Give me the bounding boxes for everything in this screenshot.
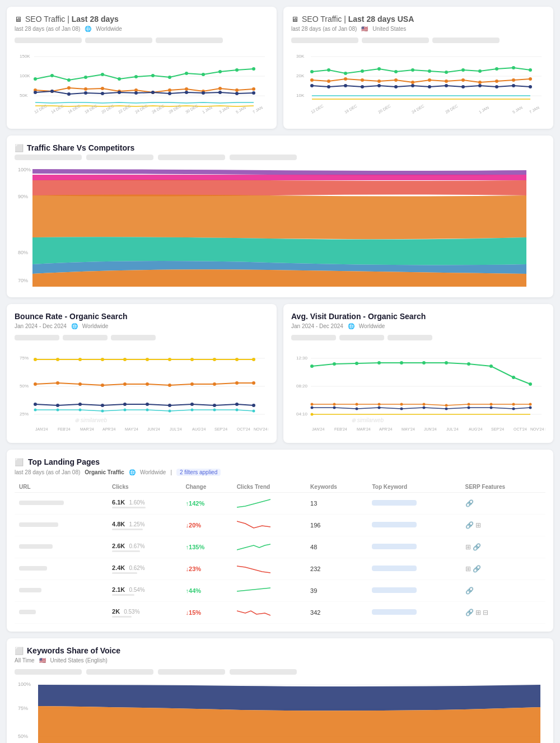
top-keyword-cell-3 — [367, 558, 460, 580]
legend-blur-1 — [15, 38, 82, 43]
table-row: 2.4K 0.62% ↓23% 232 ⊞ 🔗 — [15, 558, 545, 580]
avg-visit-sub: Jan 2024 - Dec 2024 🌐 Worldwide — [291, 323, 545, 329]
svg-point-161 — [34, 409, 37, 412]
svg-point-149 — [252, 381, 255, 385]
svg-point-150 — [34, 403, 37, 406]
svg-text:FEB'24: FEB'24 — [58, 427, 71, 431]
svg-point-78 — [478, 69, 482, 73]
svg-text:NOV'24 DE...: NOV'24 DE... — [530, 427, 545, 431]
top-landing-pages-header: ⬜ Top Landing Pages — [15, 457, 545, 466]
top-keyword-cell-5 — [367, 602, 460, 624]
svg-point-138 — [252, 358, 255, 361]
svg-point-104 — [445, 84, 448, 87]
keywords-cell-5: 342 — [306, 602, 367, 624]
av-blur-2 — [339, 335, 384, 340]
keywords-sov-card: ⬜ Keywords Share of Voice All Time 🇺🇸 Un… — [7, 638, 553, 743]
change-cell-3: ↓23% — [181, 558, 232, 580]
svg-point-102 — [411, 84, 414, 87]
svg-text:MAY'24: MAY'24 — [402, 427, 415, 431]
svg-point-80 — [512, 66, 515, 69]
organic-traffic-badge: Organic Traffic — [85, 469, 124, 475]
svg-point-209 — [490, 403, 493, 406]
svg-point-202 — [333, 403, 336, 406]
change-cell-1: ↓20% — [181, 515, 232, 536]
svg-text:MAR'24: MAR'24 — [80, 427, 94, 431]
svg-point-6 — [34, 77, 37, 81]
svg-text:OCT'24: OCT'24 — [514, 427, 527, 431]
svg-point-148 — [235, 381, 239, 385]
top-keyword-cell-0 — [367, 493, 460, 515]
svg-point-17 — [218, 70, 222, 73]
svg-text:24 DEC: 24 DEC — [411, 104, 425, 114]
col-serp: SERP Features — [461, 482, 545, 493]
svg-point-136 — [213, 358, 216, 361]
svg-point-219 — [468, 406, 470, 409]
keywords-cell-0: 13 — [306, 493, 367, 515]
svg-point-107 — [495, 85, 498, 88]
svg-point-164 — [101, 410, 104, 413]
traffic-share-chart: 100% 90% 80% 70% — [15, 165, 545, 288]
seo-traffic-title: SEO Traffic | Last 28 days — [25, 15, 119, 24]
main-page: 🖥 SEO Traffic | Last 28 days last 28 day… — [0, 0, 560, 743]
traffic-share-icon: ⬜ — [15, 144, 24, 152]
svg-point-207 — [445, 404, 448, 407]
globe-icon-lp: 🌐 — [129, 469, 136, 475]
seo-traffic-usa-sub: last 28 days (as of Jan 08) 🇺🇸 United St… — [291, 26, 545, 32]
svg-text:100K: 100K — [20, 73, 30, 78]
svg-text:28 DEC: 28 DEC — [445, 104, 459, 114]
svg-point-222 — [529, 406, 532, 409]
av-blur-3 — [388, 335, 432, 340]
svg-text:APR'24: APR'24 — [102, 427, 116, 431]
svg-point-37 — [84, 91, 87, 95]
svg-text:SEP'24: SEP'24 — [491, 427, 504, 431]
svg-text:100%: 100% — [18, 681, 31, 687]
seo-traffic-usa-header: 🖥 SEO Traffic | Last 28 days USA — [291, 15, 545, 24]
svg-point-215 — [378, 406, 381, 409]
svg-point-144 — [146, 382, 149, 386]
svg-text:75%: 75% — [18, 705, 28, 711]
svg-point-128 — [34, 358, 37, 361]
traffic-share-card: ⬜ Traffic Share Vs Competitors 100% 90% … — [7, 135, 553, 297]
avg-visit-header: Avg. Visit Duration - Organic Search — [291, 312, 545, 321]
svg-point-10 — [101, 73, 104, 76]
svg-point-13 — [151, 74, 155, 77]
monitor-icon: 🖥 — [15, 15, 22, 24]
trend-cell-4 — [232, 580, 306, 602]
filter-badge[interactable]: 2 filters applied — [176, 469, 221, 476]
serp-cell-5: 🔗 ⊞ ⊟ — [461, 602, 545, 624]
table-row: 2K 0.53% ↓15% 342 🔗 ⊞ ⊟ — [15, 602, 545, 624]
svg-point-199 — [512, 376, 515, 379]
svg-point-217 — [423, 406, 426, 409]
svg-point-86 — [377, 80, 381, 83]
bounce-rate-title: Bounce Rate - Organic Search — [15, 312, 128, 321]
svg-point-28 — [168, 88, 171, 92]
svg-point-163 — [79, 409, 82, 412]
svg-point-171 — [253, 410, 255, 413]
bounce-rate-header: Bounce Rate - Organic Search — [15, 312, 269, 321]
svg-point-14 — [168, 76, 171, 79]
comp-blur-3 — [158, 155, 225, 160]
svg-point-162 — [57, 409, 59, 412]
top-keyword-cell-2 — [367, 536, 460, 558]
keywords-cell-1: 196 — [306, 515, 367, 536]
avg-visit-title: Avg. Visit Duration - Organic Search — [291, 312, 426, 321]
svg-text:FEB'24: FEB'24 — [334, 427, 347, 431]
svg-point-191 — [333, 362, 336, 366]
svg-point-43 — [185, 91, 188, 94]
keywords-cell-2: 48 — [306, 536, 367, 558]
svg-point-22 — [67, 86, 71, 90]
keywords-cell-3: 232 — [306, 558, 367, 580]
svg-point-34 — [34, 91, 37, 94]
seo-traffic-usa-chart: 30K 20K 10K 12 DEC 16 DEC — [291, 46, 545, 119]
svg-point-98 — [344, 84, 347, 87]
br-blur-1 — [15, 335, 59, 340]
svg-point-108 — [512, 84, 515, 87]
svg-point-159 — [235, 403, 239, 406]
url-cell-1 — [15, 515, 108, 536]
traffic-share-header: ⬜ Traffic Share Vs Competitors — [15, 143, 545, 152]
svg-text:5 JAN: 5 JAN — [512, 105, 523, 114]
svg-point-105 — [461, 85, 465, 88]
top-keyword-cell-1 — [367, 515, 460, 536]
svg-point-87 — [394, 78, 398, 82]
svg-text:50%: 50% — [18, 733, 28, 739]
